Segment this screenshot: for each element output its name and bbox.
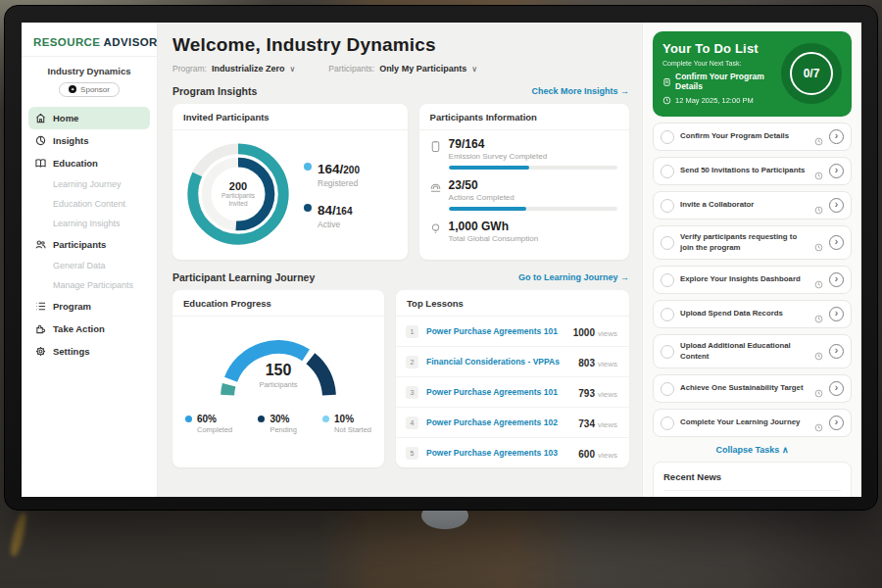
chevron-right-icon[interactable]: › — [829, 164, 844, 178]
lesson-link[interactable]: Power Purchase Agreements 103 — [426, 448, 570, 458]
chevron-right-icon[interactable]: › — [829, 272, 844, 287]
task-checkbox[interactable] — [661, 199, 674, 213]
gauge-legend: 60%Completed 30%Pending 10%Not Started — [172, 405, 384, 443]
task-checkbox[interactable] — [661, 273, 674, 287]
todo-title: Your To Do List — [662, 41, 775, 56]
task-item[interactable]: Complete Your Learning Journey › — [653, 409, 852, 437]
learning-journey-header: Participant Learning Journey Go to Learn… — [172, 271, 629, 283]
task-checkbox[interactable] — [661, 236, 674, 250]
go-to-learning-journey-link[interactable]: Go to Learning Journey → — [518, 272, 629, 282]
task-checkbox[interactable] — [661, 345, 674, 359]
chevron-right-icon[interactable]: › — [829, 381, 844, 396]
donut-legend: 164/200 Registered 84/164 Active — [304, 160, 360, 229]
arrow-right-icon: → — [620, 272, 629, 282]
task-item[interactable]: Confirm Your Program Details › — [653, 122, 852, 151]
invited-participants-card: Invited Participants 200 — [172, 104, 408, 260]
clock-icon — [814, 418, 823, 427]
participants-information-body: 79/164 Emission Survey Completed 23/50 A… — [419, 130, 629, 258]
donut-center: 200 Participants Invited — [180, 136, 296, 252]
todo-progress-value: 0/7 — [790, 52, 833, 95]
lesson-views: 734 — [578, 418, 595, 429]
todo-subtitle: Complete Your Next Task: — [662, 60, 775, 67]
lesson-views: 600 — [578, 449, 595, 460]
check-more-insights-link[interactable]: Check More Insights → — [531, 86, 629, 96]
task-checkbox[interactable] — [661, 382, 674, 396]
sidebar-item-label: Participants — [53, 239, 106, 250]
take-action-icon — [35, 323, 46, 334]
lesson-link[interactable]: Power Purchase Agreements 101 — [426, 387, 570, 397]
page-title: Welcome, Industry Dynamics — [172, 34, 629, 56]
task-item[interactable]: Achieve One Sustainability Target › — [653, 374, 852, 403]
sidebar-item-general-data[interactable]: General Data — [28, 256, 150, 275]
top-lessons-card: Top Lessons 1 Power Purchase Agreements … — [396, 290, 629, 467]
program-insights-header: Program Insights Check More Insights → — [172, 85, 629, 97]
logo-secondary: ADVISOR — [104, 36, 158, 48]
program-dropdown[interactable]: Program: Industrialize Zero ∨ — [172, 64, 295, 74]
sidebar-item-take-action[interactable]: Take Action — [28, 318, 150, 340]
sidebar-item-insights[interactable]: Insights — [28, 129, 150, 152]
lesson-link[interactable]: Financial Considerations - VPPAs — [426, 357, 570, 367]
lesson-rank: 5 — [406, 447, 418, 460]
stat-label: Emission Survey Completed — [449, 152, 617, 161]
education-icon — [35, 158, 46, 169]
task-checkbox[interactable] — [661, 130, 674, 144]
participants-icon — [35, 239, 46, 250]
chevron-right-icon[interactable]: › — [829, 198, 844, 213]
views-suffix: views — [598, 420, 617, 429]
sidebar-item-participants[interactable]: Participants — [28, 233, 150, 256]
chevron-right-icon[interactable]: › — [829, 344, 844, 359]
task-checkbox[interactable] — [661, 308, 674, 321]
todo-hero-text: Your To Do List Complete Your Next Task:… — [662, 41, 775, 105]
sidebar-item-education[interactable]: Education — [28, 152, 150, 174]
chevron-right-icon[interactable]: › — [829, 416, 844, 430]
lesson-link[interactable]: Power Purchase Agreements 102 — [426, 417, 570, 427]
sidebar-item-education-content[interactable]: Education Content — [28, 194, 150, 214]
card-title: Top Lessons — [396, 290, 629, 317]
legend-total: 164 — [336, 206, 353, 217]
chevron-down-icon: ∨ — [471, 65, 477, 74]
sidebar-item-home[interactable]: Home — [28, 107, 150, 129]
card-title: Education Progress — [172, 290, 384, 317]
task-item[interactable]: Explore Your Insights Dashboard › — [653, 266, 852, 294]
sponsor-badge[interactable]: ✦ Sponsor — [59, 82, 120, 97]
main-content: Welcome, Industry Dynamics Program: Indu… — [158, 23, 642, 497]
sponsor-badge-label: Sponsor — [80, 85, 110, 94]
task-checkbox[interactable] — [661, 416, 674, 430]
legend-dot — [258, 416, 265, 422]
task-item[interactable]: Invite a Collaborator › — [653, 191, 852, 220]
sidebar-item-settings[interactable]: Settings — [28, 340, 150, 363]
invited-participants-body: 200 Participants Invited 164/200 Registe — [172, 130, 408, 260]
actions-icon — [429, 181, 442, 194]
sidebar-item-learning-journey[interactable]: Learning Journey — [28, 174, 150, 194]
sidebar-item-program[interactable]: Program — [28, 295, 150, 318]
monitor-bezel: RESOURCE ADVISOR+ Industry Dynamics ✦ Sp… — [4, 5, 878, 511]
chevron-right-icon[interactable]: › — [829, 129, 844, 144]
gauge-center-label: Participants — [205, 380, 352, 389]
gauge-center-value: 150 — [205, 362, 352, 379]
legend-active: 84/164 Active — [304, 201, 360, 229]
app-logo[interactable]: RESOURCE ADVISOR+ — [22, 23, 157, 57]
legend-not-started: 10%Not Started — [322, 414, 371, 434]
task-checkbox[interactable] — [661, 165, 674, 178]
task-item[interactable]: Verify participants requesting to join t… — [653, 225, 852, 260]
task-item[interactable]: Upload Additional Educational Content › — [653, 334, 852, 368]
task-item[interactable]: Send 50 Invitations to Participants › — [653, 157, 852, 185]
survey-icon — [429, 140, 442, 153]
legend-value: 10% — [334, 414, 371, 424]
section-title: Participant Learning Journey — [172, 271, 315, 283]
sidebar-item-learning-insights[interactable]: Learning Insights — [28, 214, 150, 233]
sidebar-item-manage-participants[interactable]: Manage Participants — [28, 275, 150, 295]
lesson-views: 1000 — [573, 327, 595, 338]
collapse-tasks-link[interactable]: Collapse Tasks ∧ — [653, 445, 852, 455]
lesson-row: 4 Power Purchase Agreements 102 734views — [396, 408, 629, 438]
legend-registered: 164/200 Registered — [304, 160, 360, 188]
task-item[interactable]: Upload Spend Data Records › — [653, 300, 852, 328]
chevron-right-icon[interactable]: › — [829, 307, 844, 321]
donut-center-value: 200 — [229, 180, 247, 192]
todo-next-task[interactable]: Confirm Your Program Details — [662, 72, 775, 91]
participants-dropdown[interactable]: Participants: Only My Participants ∨ — [328, 64, 477, 74]
chevron-right-icon[interactable]: › — [829, 235, 844, 250]
logo-primary: RESOURCE — [33, 36, 100, 48]
todo-panel: Your To Do List Complete Your Next Task:… — [642, 23, 861, 497]
lesson-link[interactable]: Power Purchase Agreements 101 — [426, 326, 565, 336]
